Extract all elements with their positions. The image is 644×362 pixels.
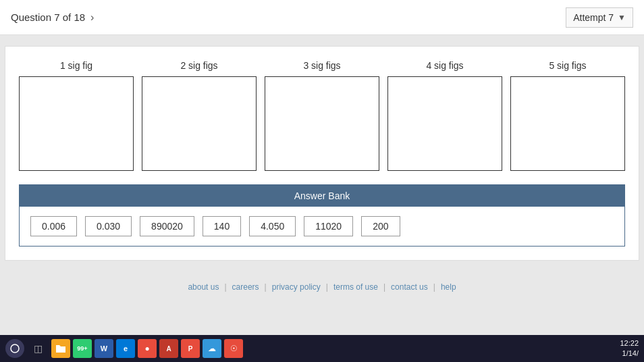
sig-fig-label-3: 3 sig figs [303,60,340,71]
main-content: 1 sig fig 2 sig figs 3 sig figs 4 sig fi… [5,46,639,261]
question-label: Question 7 of 18 [11,11,85,23]
drop-zone-2[interactable] [142,76,257,171]
answer-item-140[interactable]: 140 [203,216,241,236]
footer-careers[interactable]: careers [227,282,265,292]
answer-item-0006[interactable]: 0.006 [30,216,77,236]
sig-fig-col-4: 4 sig figs [387,60,502,171]
drop-zone-4[interactable] [387,76,502,171]
drop-zone-3[interactable] [265,76,379,171]
answer-item-890020[interactable]: 890020 [140,216,194,236]
sig-fig-col-3: 3 sig figs [265,60,379,171]
sig-fig-col-1: 1 sig fig [19,60,134,171]
footer: about us | careers | privacy policy | te… [0,272,644,303]
footer-help[interactable]: help [435,282,462,292]
answer-item-11020[interactable]: 11020 [304,216,353,236]
sig-fig-label-5: 5 sig figs [549,60,586,71]
answer-item-200[interactable]: 200 [361,216,400,236]
sig-figs-container: 1 sig fig 2 sig figs 3 sig figs 4 sig fi… [19,60,625,171]
sig-fig-label-1: 1 sig fig [60,60,92,71]
footer-about[interactable]: about us [182,282,224,292]
sig-fig-col-2: 2 sig figs [142,60,257,171]
answer-bank-header: Answer Bank [20,185,624,207]
question-header: Question 7 of 18 › Attempt 7 ▼ [0,0,644,35]
sig-fig-label-2: 2 sig figs [180,60,217,71]
attempt-dropdown[interactable]: Attempt 7 ▼ [566,7,633,28]
drop-zone-1[interactable] [19,76,134,171]
answer-bank-container: Answer Bank 0.006 0.030 890020 140 4.050… [19,184,625,247]
sig-fig-col-5: 5 sig figs [510,60,625,171]
question-nav: Question 7 of 18 › [11,11,94,24]
footer-privacy[interactable]: privacy policy [267,282,326,292]
footer-terms[interactable]: terms of use [328,282,383,292]
sig-fig-label-4: 4 sig figs [426,60,463,71]
footer-contact[interactable]: contact us [385,282,433,292]
next-question-chevron[interactable]: › [90,11,94,24]
answer-item-4050[interactable]: 4.050 [249,216,296,236]
drop-zone-5[interactable] [510,76,625,171]
attempt-label: Attempt 7 [573,12,614,23]
answer-item-0030[interactable]: 0.030 [85,216,132,236]
dropdown-arrow-icon: ▼ [618,13,626,22]
footer-links: about us | careers | privacy policy | te… [11,282,633,292]
answer-bank-items: 0.006 0.030 890020 140 4.050 11020 200 [20,207,624,246]
